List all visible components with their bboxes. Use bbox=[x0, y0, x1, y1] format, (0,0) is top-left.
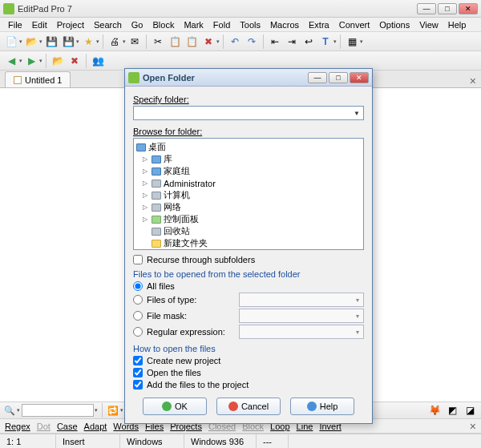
folder-tree[interactable]: 桌面 ▷库 ▷家庭组 ▷Administrator ▷计算机 ▷网络 ▷控制面板… bbox=[133, 138, 364, 250]
undo-icon[interactable]: ↶ bbox=[227, 34, 243, 50]
cancel-button[interactable]: Cancel bbox=[216, 398, 281, 415]
opt-dot[interactable]: Dot bbox=[37, 422, 51, 431]
favorites-icon[interactable]: ★ bbox=[80, 34, 96, 50]
maximize-button[interactable]: □ bbox=[438, 3, 457, 14]
opt-close-icon[interactable]: × bbox=[470, 420, 476, 433]
save-all-icon[interactable]: 💾 bbox=[60, 34, 76, 50]
status-encoding-2[interactable]: Windows 936 bbox=[184, 434, 257, 448]
chevron-down-icon[interactable]: ▾ bbox=[352, 309, 363, 322]
tree-item-controlpanel[interactable]: ▷控制面板 bbox=[136, 213, 361, 225]
minimize-button[interactable]: — bbox=[417, 3, 436, 14]
expand-icon[interactable]: ▷ bbox=[143, 216, 149, 223]
files-type-combo[interactable]: ▾ bbox=[239, 293, 364, 307]
tree-item-computer[interactable]: ▷计算机 bbox=[136, 189, 361, 201]
specify-folder-combo[interactable]: ▼ bbox=[133, 106, 364, 120]
opt-case[interactable]: Case bbox=[57, 422, 78, 431]
menu-edit[interactable]: Edit bbox=[27, 19, 52, 30]
check-icon bbox=[162, 402, 172, 411]
open-file-icon[interactable]: 📂 bbox=[23, 34, 39, 50]
redo-icon[interactable]: ↷ bbox=[244, 34, 260, 50]
close-button[interactable]: ✕ bbox=[459, 3, 478, 14]
tree-item-network[interactable]: ▷网络 bbox=[136, 201, 361, 213]
delete-icon[interactable]: ✖ bbox=[200, 34, 216, 50]
toggle-1-icon[interactable]: ▦ bbox=[344, 34, 360, 50]
save-icon[interactable]: 💾 bbox=[43, 34, 59, 50]
search-icon[interactable]: 🔍 bbox=[3, 404, 16, 417]
tree-item-administrator[interactable]: ▷Administrator bbox=[136, 177, 361, 189]
dialog-minimize-button[interactable]: — bbox=[308, 72, 327, 83]
tab-close-icon[interactable]: × bbox=[465, 75, 481, 87]
search-input[interactable] bbox=[22, 404, 94, 417]
regex-combo[interactable]: ▾ bbox=[239, 325, 364, 339]
menu-view[interactable]: View bbox=[414, 19, 443, 30]
status-encoding-1[interactable]: Windows bbox=[120, 434, 184, 448]
expand-icon[interactable]: ▷ bbox=[143, 155, 149, 163]
menu-file[interactable]: File bbox=[3, 19, 27, 30]
tab-label: Untitled 1 bbox=[25, 75, 62, 85]
menu-extra[interactable]: Extra bbox=[304, 19, 334, 30]
paste-icon[interactable]: 📋 bbox=[184, 34, 200, 50]
menu-go[interactable]: Go bbox=[127, 19, 148, 30]
nav-back-icon[interactable]: ◀ bbox=[3, 53, 19, 69]
tree-item-recyclebin[interactable]: 回收站 bbox=[136, 225, 361, 237]
help-button[interactable]: Help bbox=[290, 398, 354, 415]
copy-icon[interactable]: 📋 bbox=[167, 34, 183, 50]
radio-all-files[interactable] bbox=[133, 281, 143, 291]
menu-help[interactable]: Help bbox=[443, 19, 471, 30]
tab-untitled-1[interactable]: Untitled 1 bbox=[5, 71, 71, 87]
browse-folder-label: Browse for folder: bbox=[133, 127, 364, 136]
chevron-down-icon[interactable]: ▾ bbox=[352, 325, 363, 338]
search-opt-4-icon[interactable]: ◪ bbox=[462, 402, 478, 418]
chevron-down-icon[interactable]: ▾ bbox=[352, 293, 363, 306]
tree-item-homegroup[interactable]: ▷家庭组 bbox=[136, 165, 361, 177]
menu-mark[interactable]: Mark bbox=[179, 19, 208, 30]
opt-adapt[interactable]: Adapt bbox=[84, 422, 107, 431]
user-icon bbox=[152, 180, 161, 188]
people-icon[interactable]: 👥 bbox=[90, 53, 106, 69]
file-mask-combo[interactable]: ▾ bbox=[239, 309, 364, 323]
folder-open-icon[interactable]: 📂 bbox=[50, 53, 66, 69]
expand-icon[interactable]: ▷ bbox=[143, 180, 149, 187]
opt-regex[interactable]: Regex bbox=[5, 422, 30, 431]
wrap-icon[interactable]: ↩ bbox=[301, 34, 317, 50]
tree-item-libraries[interactable]: ▷库 bbox=[136, 153, 361, 165]
indent-right-icon[interactable]: ⇥ bbox=[284, 34, 300, 50]
dialog-close-button[interactable]: ✕ bbox=[350, 72, 369, 83]
folder-remove-icon[interactable]: ✖ bbox=[67, 53, 83, 69]
search-opt-3-icon[interactable]: ◩ bbox=[444, 402, 460, 418]
menu-options[interactable]: Options bbox=[374, 19, 414, 30]
search-dropdown-icon[interactable]: ▾ bbox=[95, 407, 98, 414]
print-icon[interactable]: 🖨 bbox=[107, 34, 123, 50]
mail-icon[interactable]: ✉ bbox=[127, 34, 143, 50]
recurse-checkbox[interactable] bbox=[133, 255, 143, 264]
expand-icon[interactable]: ▷ bbox=[143, 192, 149, 199]
new-file-icon[interactable]: 📄 bbox=[3, 34, 19, 50]
tree-item-newfolder[interactable]: 新建文件夹 bbox=[136, 237, 361, 249]
status-insert[interactable]: Insert bbox=[56, 434, 120, 448]
radio-regex[interactable] bbox=[133, 327, 143, 337]
tree-item-desktop[interactable]: 桌面 bbox=[136, 141, 361, 153]
menu-convert[interactable]: Convert bbox=[334, 19, 375, 30]
text-tool-icon[interactable]: T bbox=[317, 34, 333, 50]
menu-macros[interactable]: Macros bbox=[265, 19, 304, 30]
chk-open-files[interactable] bbox=[133, 368, 143, 377]
radio-files-type[interactable] bbox=[133, 295, 143, 305]
menu-search[interactable]: Search bbox=[89, 19, 127, 30]
expand-icon[interactable]: ▷ bbox=[143, 204, 149, 211]
chk-add-project[interactable] bbox=[133, 380, 143, 389]
menu-tools[interactable]: Tools bbox=[235, 19, 265, 30]
chevron-down-icon[interactable]: ▼ bbox=[350, 107, 363, 119]
dialog-maximize-button[interactable]: □ bbox=[329, 72, 348, 83]
menu-block[interactable]: Block bbox=[148, 19, 180, 30]
chk-new-project[interactable] bbox=[133, 356, 143, 365]
ok-button[interactable]: OK bbox=[143, 398, 207, 415]
menu-project[interactable]: Project bbox=[52, 19, 89, 30]
replace-icon[interactable]: 🔁 bbox=[107, 404, 119, 417]
expand-icon[interactable]: ▷ bbox=[143, 167, 149, 175]
radio-file-mask[interactable] bbox=[133, 311, 143, 321]
indent-left-icon[interactable]: ⇤ bbox=[267, 34, 283, 50]
nav-fwd-icon[interactable]: ▶ bbox=[23, 53, 39, 69]
menu-fold[interactable]: Fold bbox=[208, 19, 235, 30]
cut-icon[interactable]: ✂ bbox=[150, 34, 166, 50]
open-folder-dialog: Open Folder — □ ✕ Specify folder: ▼ Brow… bbox=[124, 68, 373, 424]
